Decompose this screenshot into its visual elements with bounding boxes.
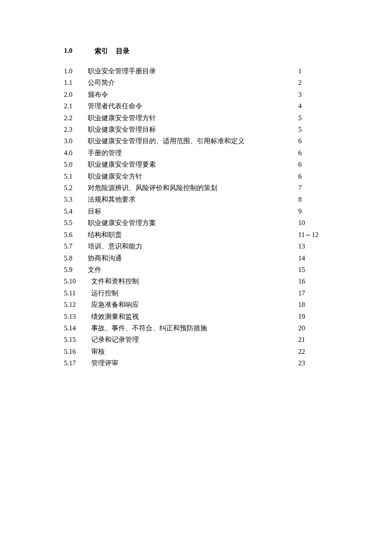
- toc-entry-number: 5.2: [64, 182, 88, 194]
- toc-entry-title: 职业健康安全管理目的、适用范围、引用标准和定义: [88, 135, 298, 147]
- toc-row: 5.2对危险源辨识、风险评价和风险控制的策划7: [64, 182, 328, 194]
- toc-row: 5.8协商和沟通14: [64, 252, 328, 264]
- toc-entry-title: 职业健康安全管理目标: [88, 124, 298, 135]
- toc-entry-page: 9: [298, 205, 328, 217]
- toc-entry-number: 5.11: [64, 287, 88, 299]
- toc-row: 5.4目标9: [64, 205, 328, 217]
- toc-row: 5.6结构和职责11～12: [64, 229, 328, 240]
- toc-entry-number: 3.0: [64, 135, 88, 147]
- toc-entry-title: 文件: [88, 264, 298, 275]
- toc-entry-title: 手册的管理: [88, 147, 298, 159]
- toc-entry-page: 6: [298, 171, 328, 182]
- toc-row: 5.3法规和其他要求8: [64, 194, 328, 205]
- toc-row: 3.0职业健康安全管理目的、适用范围、引用标准和定义6: [64, 135, 328, 147]
- toc-row: 5.16审核22: [64, 346, 328, 357]
- toc-entry-page: 4: [298, 100, 328, 112]
- toc-entry-number: 5.14: [64, 322, 88, 334]
- toc-entry-title: 管理评审: [88, 357, 298, 369]
- toc-entry-page: 8: [298, 194, 328, 205]
- toc-entry-title: 颁布令: [88, 89, 298, 100]
- toc-entry-page: 20: [298, 322, 328, 334]
- toc-row: 5.14事故、事件、不符合、纠正和预防措施20: [64, 322, 328, 334]
- toc-entry-page: 21: [298, 334, 328, 345]
- toc-entry-number: 4.0: [64, 147, 88, 159]
- toc-entry-page: 6: [298, 147, 328, 159]
- header-number: 1.0: [64, 47, 88, 56]
- toc-entry-title: 对危险源辨识、风险评价和风险控制的策划: [88, 182, 298, 194]
- toc-entry-number: 2.2: [64, 112, 88, 124]
- toc-row: 5.13绩效测量和监视19: [64, 311, 328, 322]
- toc-entry-number: 5.0: [64, 159, 88, 170]
- toc-entry-title: 文件和资料控制: [88, 275, 298, 287]
- toc-entry-title: 协商和沟通: [88, 252, 298, 264]
- toc-entry-page: 15: [298, 264, 328, 275]
- toc-entry-page: 16: [298, 275, 328, 287]
- toc-entry-title: 法规和其他要求: [88, 194, 298, 205]
- table-of-contents: 1.0职业安全管理手册目录11.1公司简介22.0颁布令32.1管理者代表任命令…: [64, 65, 328, 369]
- toc-row: 5.10文件和资料控制16: [64, 275, 328, 287]
- toc-entry-title: 培训、意识和能力: [88, 240, 298, 252]
- toc-header: 1.0 索引目录: [64, 47, 328, 56]
- toc-entry-title: 应急准备和响应: [88, 299, 298, 310]
- toc-entry-title: 运行控制: [88, 287, 298, 299]
- toc-entry-page: 6: [298, 135, 328, 147]
- header-label-part2: 目录: [116, 47, 130, 55]
- toc-entry-number: 5.7: [64, 240, 88, 252]
- toc-row: 5.17管理评审23: [64, 357, 328, 369]
- toc-entry-number: 5.1: [64, 171, 88, 182]
- toc-entry-number: 5.8: [64, 252, 88, 264]
- toc-entry-title: 事故、事件、不符合、纠正和预防措施: [88, 322, 298, 334]
- toc-entry-page: 11～12: [298, 229, 328, 240]
- toc-entry-number: 5.16: [64, 346, 88, 357]
- toc-entry-page: 1: [298, 65, 328, 77]
- toc-row: 4.0手册的管理6: [64, 147, 328, 159]
- toc-entry-page: 14: [298, 252, 328, 264]
- toc-entry-page: 13: [298, 240, 328, 252]
- toc-entry-number: 1.1: [64, 77, 88, 88]
- toc-entry-page: 2: [298, 77, 328, 88]
- toc-entry-number: 5.13: [64, 311, 88, 322]
- toc-row: 1.0职业安全管理手册目录1: [64, 65, 328, 77]
- toc-entry-page: 23: [298, 357, 328, 369]
- toc-entry-number: 5.17: [64, 357, 88, 369]
- toc-entry-number: 2.0: [64, 89, 88, 100]
- toc-entry-number: 2.3: [64, 124, 88, 135]
- toc-row: 5.12应急准备和响应18: [64, 299, 328, 310]
- toc-entry-page: 5: [298, 124, 328, 135]
- toc-row: 2.0颁布令3: [64, 89, 328, 100]
- toc-entry-title: 管理者代表任命令: [88, 100, 298, 112]
- toc-row: 2.1管理者代表任命令4: [64, 100, 328, 112]
- toc-entry-title: 职业健康安全管理方案: [88, 217, 298, 228]
- toc-entry-title: 公司简介: [88, 77, 298, 88]
- toc-row: 2.3职业健康安全管理目标5: [64, 124, 328, 135]
- toc-entry-page: 18: [298, 299, 328, 310]
- toc-entry-title: 职业健康安全管理要素: [88, 159, 298, 170]
- toc-entry-page: 10: [298, 217, 328, 228]
- header-label-part1: 索引: [95, 47, 108, 55]
- toc-entry-title: 审核: [88, 346, 298, 357]
- toc-entry-title: 记录和记录管理: [88, 334, 298, 345]
- toc-row: 2.2职业健康安全管理方针5: [64, 112, 328, 124]
- toc-entry-number: 5.12: [64, 299, 88, 310]
- toc-entry-page: 5: [298, 112, 328, 124]
- toc-entry-page: 7: [298, 182, 328, 194]
- toc-entry-number: 5.9: [64, 264, 88, 275]
- toc-row: 5.11运行控制17: [64, 287, 328, 299]
- toc-entry-number: 5.6: [64, 229, 88, 240]
- toc-entry-number: 5.10: [64, 275, 88, 287]
- toc-row: 5.15记录和记录管理21: [64, 334, 328, 345]
- toc-entry-number: 5.15: [64, 334, 88, 345]
- toc-entry-page: 19: [298, 311, 328, 322]
- toc-entry-number: 5.4: [64, 205, 88, 217]
- toc-entry-title: 职业健康安全方针: [88, 171, 298, 182]
- toc-entry-title: 职业健康安全管理方针: [88, 112, 298, 124]
- toc-entry-title: 目标: [88, 205, 298, 217]
- toc-entry-page: 6: [298, 159, 328, 170]
- toc-entry-title: 绩效测量和监视: [88, 311, 298, 322]
- toc-entry-title: 职业安全管理手册目录: [88, 65, 298, 77]
- toc-entry-page: 22: [298, 346, 328, 357]
- toc-entry-page: 3: [298, 89, 328, 100]
- toc-entry-number: 1.0: [64, 65, 88, 77]
- toc-entry-page: 17: [298, 287, 328, 299]
- toc-row: 1.1公司简介2: [64, 77, 328, 88]
